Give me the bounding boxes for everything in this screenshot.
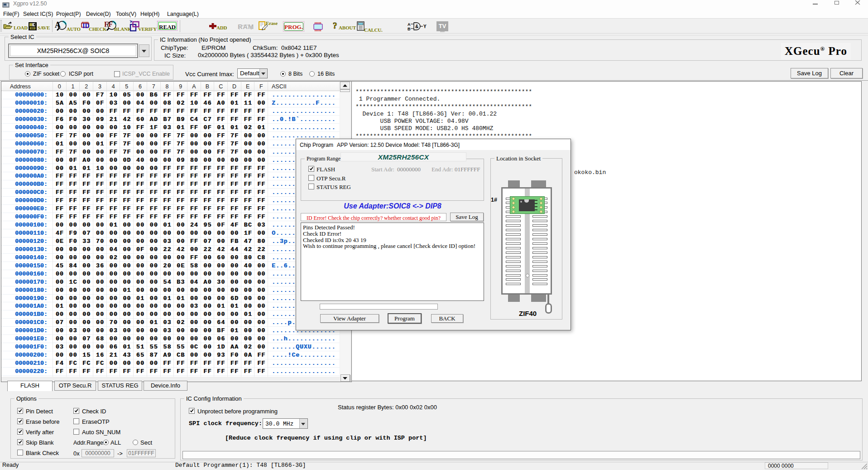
svg-text:A: A	[408, 22, 411, 27]
svg-text:B: B	[408, 27, 411, 31]
svg-text:Y: Y	[423, 24, 427, 29]
svg-text:&: &	[415, 24, 418, 29]
